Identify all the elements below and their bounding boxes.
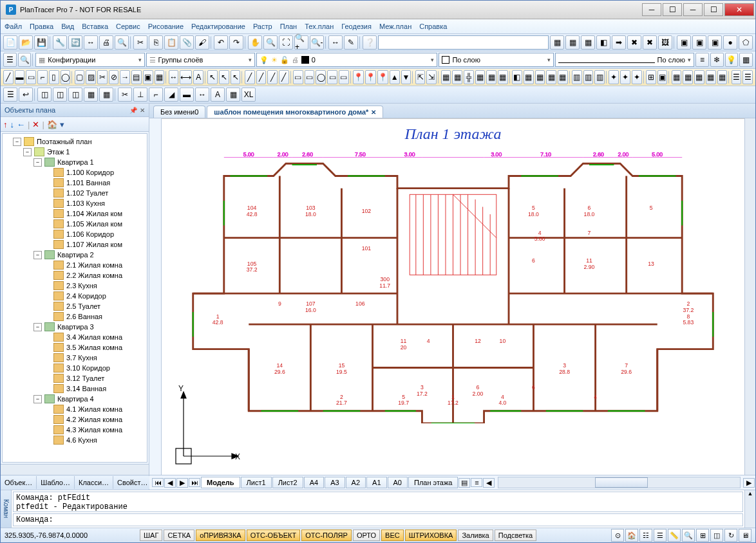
canvas[interactable]: План 1 этажа xyxy=(162,118,744,475)
up-red-icon[interactable]: ↑ xyxy=(3,120,8,129)
grid2-icon[interactable]: ▦ xyxy=(565,35,580,50)
linetype-combo[interactable]: По слою▾ xyxy=(555,53,694,67)
zoom-out-icon[interactable]: 🔍- xyxy=(310,35,324,50)
ex15-icon[interactable]: ▦ xyxy=(226,87,240,102)
menu-file[interactable]: Файл xyxy=(5,23,22,30)
wall-edit3-icon[interactable]: ╱ xyxy=(267,70,278,84)
ex4-icon[interactable]: ◫ xyxy=(53,87,67,102)
doctab-template[interactable]: шаблон помещения многоквартиного дома*✕ xyxy=(207,106,383,118)
rect-edit2-icon[interactable]: ▭ xyxy=(305,70,315,84)
mtab-a3[interactable]: A3 xyxy=(325,477,345,488)
preview-icon[interactable]: 🔍 xyxy=(115,35,129,50)
copy-icon[interactable]: ⎘ xyxy=(149,35,163,50)
ex5-icon[interactable]: ◫ xyxy=(68,87,82,102)
menu-draw[interactable]: Рисование xyxy=(148,23,184,30)
toggle-заливка[interactable]: Заливка xyxy=(458,529,493,541)
menu-mezhplan[interactable]: Меж.план xyxy=(379,23,411,30)
open-icon[interactable]: 📂 xyxy=(19,35,33,50)
tbl-icon[interactable]: ▦ xyxy=(441,70,451,84)
area-icon[interactable]: ▦ xyxy=(155,70,165,84)
toggle-отс-объект[interactable]: ОТС-ОБЪЕКТ xyxy=(247,529,300,541)
home-icon[interactable]: 🏠 xyxy=(47,120,57,129)
linetype-icon[interactable]: ≡ xyxy=(695,53,709,67)
misc4-icon[interactable]: ▦ xyxy=(546,70,556,84)
bld5-icon[interactable]: ▦ xyxy=(717,70,728,84)
draw-door-icon[interactable]: ⌐ xyxy=(37,70,48,84)
marker-down-icon[interactable]: ▼ xyxy=(401,70,411,84)
draw-wall-icon[interactable]: ▬ xyxy=(15,70,25,84)
tbl2-icon[interactable]: ▦ xyxy=(452,70,462,84)
wall-edit4-icon[interactable]: ╱ xyxy=(279,70,289,84)
color-combo[interactable]: По слою▾ xyxy=(439,53,554,67)
bld3-icon[interactable]: ▦ xyxy=(694,70,704,84)
misc2-icon[interactable]: ▦ xyxy=(524,70,534,84)
wall-edit-icon[interactable]: ╱ xyxy=(245,70,255,84)
hatching-icon[interactable]: ▨ xyxy=(86,70,96,84)
tab-templates[interactable]: Шабло… xyxy=(37,476,75,489)
dim-chain-icon[interactable]: ⟷ xyxy=(180,70,192,84)
marker-red-icon[interactable]: 📍 xyxy=(353,70,364,84)
status-tree-icon[interactable]: ☷ xyxy=(639,529,652,542)
minimize-button[interactable]: ─ xyxy=(642,3,661,16)
tabnav-first-icon[interactable]: ⏮ xyxy=(152,478,164,487)
mtab-a4[interactable]: A4 xyxy=(304,477,324,488)
swap-icon[interactable]: ↔ xyxy=(84,35,98,50)
redo-icon[interactable]: ↷ xyxy=(229,35,243,50)
ex10-icon[interactable]: ⌐ xyxy=(149,87,163,102)
cancel-icon[interactable]: ✖ xyxy=(643,35,657,50)
tbl3-icon[interactable]: ╬ xyxy=(464,70,474,84)
layer-tool-icon[interactable]: ▦ xyxy=(739,53,753,67)
layer-combo[interactable]: 💡☀🔓🖨0▾ xyxy=(256,53,438,67)
color1-icon[interactable]: ◧ xyxy=(596,35,610,50)
sidebar-close-icon[interactable]: ✕ xyxy=(140,107,145,114)
status-zoom-icon[interactable]: 🔍 xyxy=(682,529,695,542)
ex3-icon[interactable]: ◫ xyxy=(37,87,52,102)
stack2-icon[interactable]: ▣ xyxy=(692,35,706,50)
misc3-icon[interactable]: ▦ xyxy=(535,70,545,84)
menu-view[interactable]: Вид xyxy=(61,23,74,30)
menu-modify[interactable]: Редактирование xyxy=(191,23,245,30)
menu-raster[interactable]: Растр xyxy=(253,23,272,30)
hscroll-left-icon[interactable]: ◀ xyxy=(483,478,495,488)
tbl6-icon[interactable]: ▦ xyxy=(498,70,508,84)
dropdown-icon[interactable]: ▾ xyxy=(60,120,64,129)
pan-icon[interactable]: ✋ xyxy=(248,35,262,50)
zoom-in-icon[interactable]: 🔍+ xyxy=(294,35,308,50)
marker-up-icon[interactable]: ▲ xyxy=(390,70,400,84)
toggle-орто[interactable]: ОРТО xyxy=(353,529,380,541)
ex13-icon[interactable]: ↔ xyxy=(195,87,209,102)
help-icon[interactable]: ❔ xyxy=(363,35,377,50)
tabnav-last-icon[interactable]: ⏭ xyxy=(189,478,200,487)
toggle-опривязка[interactable]: оПРИВЯЗКА xyxy=(196,529,245,541)
rect-edit3-icon[interactable]: ◯ xyxy=(316,70,326,84)
star3-icon[interactable]: ✦ xyxy=(632,70,642,84)
grid-icon[interactable]: ⊞ xyxy=(646,70,656,84)
circle-icon[interactable]: ● xyxy=(723,35,737,50)
bld4-icon[interactable]: ▦ xyxy=(706,70,716,84)
save-icon[interactable]: 💾 xyxy=(34,35,48,50)
stack1-icon[interactable]: ▣ xyxy=(677,35,691,50)
list2-icon[interactable]: ☰ xyxy=(742,70,753,84)
print-icon[interactable]: 🖨 xyxy=(99,35,113,50)
menu-edit[interactable]: Правка xyxy=(30,23,53,30)
zoom-icon[interactable]: 🔍 xyxy=(263,35,278,50)
mtab-model[interactable]: Модель xyxy=(201,477,240,488)
status-home-icon[interactable]: 🏠 xyxy=(625,529,638,542)
tab-objects[interactable]: Объек… xyxy=(1,476,37,489)
command-input[interactable]: Команда: xyxy=(13,513,743,526)
poly-icon[interactable]: ⬠ xyxy=(739,35,753,50)
status-grid-icon[interactable]: ⊞ xyxy=(696,529,709,542)
grid1-icon[interactable]: ▦ xyxy=(550,35,564,50)
ex14-icon[interactable]: A xyxy=(211,87,225,102)
cursor3-icon[interactable]: ↖ xyxy=(231,70,241,84)
stack3-icon[interactable]: ▣ xyxy=(708,35,722,50)
fence-icon[interactable]: ▥ xyxy=(572,70,582,84)
tab-menu-icon[interactable]: ≡ xyxy=(471,478,482,487)
status-window-icon[interactable]: ◫ xyxy=(710,529,723,542)
bld1-icon[interactable]: ▦ xyxy=(672,70,682,84)
toggle-шаг[interactable]: ШАГ xyxy=(140,529,162,541)
status-iso-icon[interactable]: ⊙ xyxy=(611,529,624,542)
toggle-вес[interactable]: ВЕС xyxy=(381,529,404,541)
hscrollbar[interactable] xyxy=(498,477,741,488)
secondary-min-button[interactable]: ─ xyxy=(683,3,703,16)
